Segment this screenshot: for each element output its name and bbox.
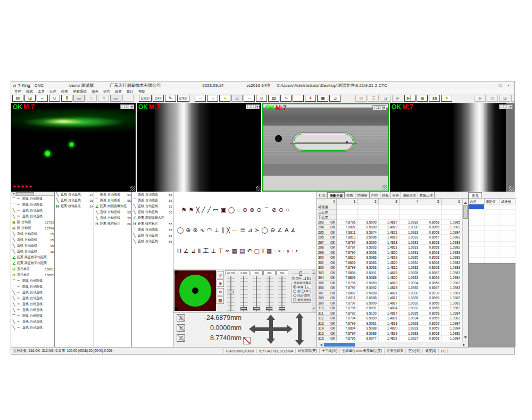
toolbar-curve-tool-icon[interactable]: ∿ [280, 95, 292, 102]
tool-angle-ref-icon[interactable]: ∡ [290, 227, 296, 234]
tool-circle-icon[interactable]: ◯ [228, 207, 235, 213]
feature-row[interactable]: ⌒***圆弧自动圆弧 [11, 278, 54, 284]
tool-wave-icon[interactable]: ∿ [200, 227, 205, 234]
tool-coord-z-icon[interactable]: ∟z [292, 248, 298, 254]
table-row[interactable]: 315OK7.87978.50891.48191.09330.80581.098… [317, 331, 462, 336]
scroll-down-icon[interactable] [464, 336, 467, 340]
feature-row[interactable]: ╲直线自动直线55 [132, 203, 173, 209]
feature-row[interactable]: ╲直线自动直线15 [11, 237, 54, 243]
tool-undo-icon[interactable]: ↶ [247, 248, 252, 254]
slider-track[interactable] [253, 276, 261, 311]
menu-item-coord-system[interactable]: 坐标系统 [73, 89, 87, 94]
toolbar-pause-icon[interactable]: ▮▮ [429, 95, 440, 102]
feature-row[interactable]: H距离线性标注66 [94, 221, 131, 227]
table-row[interactable]: 302OK7.87998.50931.48151.09330.80581.098… [317, 265, 462, 270]
primitives-row[interactable] [469, 231, 516, 236]
menu-item-mode[interactable]: 模式 [26, 89, 33, 94]
toolbar-save-icon[interactable]: ▤ [12, 95, 23, 102]
feature-row[interactable]: ⌒***圆弧自动圆弧 [11, 313, 54, 319]
toolbar-image-view-icon[interactable]: ◭ [231, 95, 243, 102]
tool-angle-icon[interactable]: ∠ [277, 227, 282, 234]
tool-ring-icon[interactable]: ◯ [177, 227, 184, 234]
slider-thumb[interactable] [279, 307, 285, 310]
table-row[interactable]: 313OK7.87998.50811.48181.09280.80591.098… [317, 321, 462, 326]
tab-绘图[interactable]: 绘图 [345, 192, 355, 198]
capture-radio[interactable] [293, 285, 296, 289]
tool-arc-scan-icon[interactable]: ⊘ [272, 207, 277, 213]
feature-row[interactable]: ╲***直线自动直线 [11, 290, 54, 295]
table-hscrollbar[interactable] [317, 342, 468, 347]
tool-perpendicular-icon[interactable]: ⊥ [214, 227, 220, 234]
toolbar-move-axis-icon[interactable]: → [122, 95, 134, 102]
menu-item-tolerance[interactable]: 公差 [49, 89, 56, 94]
tab-3D测量[interactable]: 3D测量 [355, 192, 370, 198]
tool-arc-open-icon[interactable]: ◠ [207, 227, 212, 234]
tool-pick-move-icon[interactable]: ⚑ [189, 207, 194, 213]
feature-row[interactable]: ╲直线自动直线15 [11, 243, 54, 249]
table-row[interactable]: 294OK7.88018.50801.48191.09300.80591.098… [317, 225, 462, 230]
tool-circle-dash-icon[interactable]: ◌ [237, 207, 240, 213]
toolbar-gray-block-2-icon[interactable]: ▬ [110, 95, 121, 102]
table-row[interactable]: 316OK7.87968.50771.48211.09270.80581.098… [317, 336, 462, 341]
camera2-mag-select[interactable]: 1-212 [246, 104, 260, 109]
feature-row[interactable]: ╲***直线自动直线 [11, 319, 54, 325]
feature-row[interactable]: H距离线性标注34 [55, 203, 94, 209]
camera1-mag-select[interactable]: 1-212 [120, 104, 134, 109]
primitives-row[interactable] [469, 242, 516, 247]
tool-lines-icon[interactable]: ☰ [240, 227, 245, 234]
feature-row[interactable]: ⌒圆弧自动圆弧55 [94, 197, 131, 203]
menu-item-file[interactable]: 文件 [14, 89, 21, 94]
primitives-row[interactable] [469, 226, 516, 231]
feature-row[interactable]: ∠距离两直线平均距离 [11, 260, 54, 266]
scroll-thumb[interactable] [463, 205, 468, 219]
toolbar-excel-export-button[interactable]: Excel [139, 95, 152, 102]
table-row[interactable]: 299OK7.87908.50931.48201.09310.80581.098… [317, 250, 462, 256]
tab-primitives[interactable]: 图元 [469, 192, 482, 198]
slider-track[interactable] [227, 276, 235, 311]
level-weak-radio[interactable] [293, 290, 296, 293]
primitives-row[interactable] [469, 247, 516, 252]
menu-item-tools[interactable]: 工具 [38, 89, 45, 94]
tool-arc-icon[interactable]: ⌒ [264, 207, 270, 213]
scroll-up-icon[interactable] [464, 200, 467, 204]
toolbar-laser-cross-icon[interactable]: ✳ [305, 95, 316, 102]
tool-coord-y-icon[interactable]: ∟y [282, 248, 289, 254]
menu-item-settings[interactable]: 设置 [115, 89, 122, 94]
ring-light-indicator[interactable] [174, 270, 216, 311]
feature-row[interactable]: ∠距离两直线平均距离 [11, 254, 54, 260]
feature-row[interactable]: ⊖直径标注15802 [11, 272, 54, 278]
resize-handle-icon[interactable] [256, 186, 261, 191]
menu-item-draw[interactable]: 绘图 [61, 89, 68, 94]
primitives-row[interactable] [469, 220, 516, 226]
feature-row[interactable]: ╲直线自动直线55 [132, 209, 173, 215]
toolbar-probe-cup-icon[interactable]: ∪ [49, 95, 60, 102]
toolbar-caliper-icon[interactable]: Ⅱ [61, 95, 72, 102]
feature-row[interactable]: ⌒圆弧自动圆弧55 [132, 192, 173, 197]
table-row[interactable]: 303OK7.88068.50911.48181.09350.80571.098… [317, 270, 462, 276]
table-row[interactable]: 306OK7.87978.50921.48181.09350.80571.098… [317, 285, 462, 291]
toolbar-gray-block-icon[interactable]: ▬ [73, 95, 85, 102]
toolbar-open-run-icon[interactable]: ◪ [380, 95, 391, 102]
tool-dots-icon[interactable]: ⋯ [232, 227, 238, 234]
table-row[interactable]: 310OK7.87968.50911.48241.09320.80581.098… [317, 306, 462, 311]
tool-cross-icon[interactable]: ╳ [196, 207, 200, 213]
toolbar-tool-hammer-icon[interactable]: × [511, 95, 514, 102]
tool-calculator-icon[interactable]: ▦ [232, 248, 237, 254]
camera3-mag-select[interactable]: 1-212 [372, 105, 386, 110]
chevron-down-icon[interactable] [382, 106, 385, 110]
feature-row[interactable]: ⊕圆自动圆15793 [11, 219, 54, 225]
toolbar-hatch-pattern-icon[interactable]: ▨ [268, 95, 279, 102]
table-row[interactable]: 293OK7.87968.50901.48171.09320.80581.098… [317, 220, 462, 225]
primitives-row[interactable] [469, 215, 516, 220]
toolbar-save-2-icon[interactable]: ▤ [487, 95, 498, 102]
capture-count-select[interactable]: 1 [305, 285, 311, 289]
slider-thumb[interactable] [300, 271, 302, 276]
resize-handle-icon[interactable] [383, 185, 387, 190]
toolbar-enter-button[interactable]: Enter [177, 95, 190, 102]
master-light-slider[interactable] [292, 271, 310, 276]
toolbar-multi-run-icon[interactable]: ☰ [368, 95, 379, 102]
table-row[interactable]: 295OK7.88118.50741.48211.09330.80581.098… [317, 230, 462, 235]
tool-delete-icon[interactable]: ╳ [262, 248, 264, 254]
toolbar-chart-tool-icon[interactable]: ⊿ [329, 95, 340, 102]
tool-ellipse-icon[interactable]: ○ [286, 207, 289, 213]
